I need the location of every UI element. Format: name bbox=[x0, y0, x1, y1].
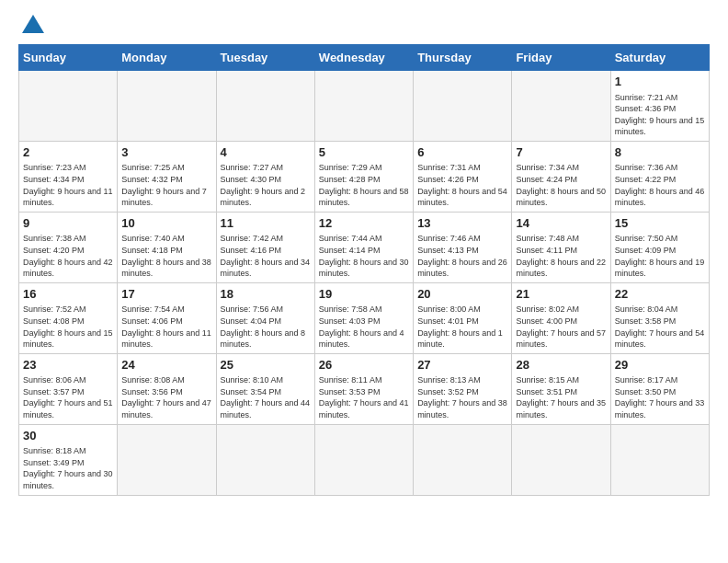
day-info: Sunrise: 7:46 AM Sunset: 4:13 PM Dayligh… bbox=[417, 233, 507, 279]
week-row-1: 1Sunrise: 7:21 AM Sunset: 4:36 PM Daylig… bbox=[19, 71, 710, 142]
day-cell bbox=[512, 71, 610, 142]
day-cell bbox=[414, 71, 512, 142]
weekday-monday: Monday bbox=[118, 45, 216, 71]
day-info: Sunrise: 7:42 AM Sunset: 4:16 PM Dayligh… bbox=[221, 233, 311, 279]
day-info: Sunrise: 7:27 AM Sunset: 4:30 PM Dayligh… bbox=[221, 162, 311, 208]
day-info: Sunrise: 7:48 AM Sunset: 4:11 PM Dayligh… bbox=[516, 233, 606, 279]
day-number: 2 bbox=[23, 144, 113, 161]
logo-triangle-icon bbox=[22, 15, 44, 33]
day-cell: 17Sunrise: 7:54 AM Sunset: 4:06 PM Dayli… bbox=[118, 282, 216, 353]
day-number: 9 bbox=[23, 215, 113, 232]
day-cell bbox=[19, 71, 118, 142]
day-info: Sunrise: 8:10 AM Sunset: 3:54 PM Dayligh… bbox=[221, 374, 311, 420]
day-cell: 22Sunrise: 8:04 AM Sunset: 3:58 PM Dayli… bbox=[610, 282, 709, 353]
day-cell bbox=[118, 71, 216, 142]
weekday-friday: Friday bbox=[512, 45, 610, 71]
day-cell: 29Sunrise: 8:17 AM Sunset: 3:50 PM Dayli… bbox=[610, 353, 709, 424]
day-number: 25 bbox=[221, 357, 311, 373]
day-info: Sunrise: 7:58 AM Sunset: 4:03 PM Dayligh… bbox=[319, 304, 409, 350]
day-cell bbox=[314, 71, 413, 142]
day-info: Sunrise: 8:17 AM Sunset: 3:50 PM Dayligh… bbox=[615, 374, 705, 420]
day-cell: 26Sunrise: 8:11 AM Sunset: 3:53 PM Dayli… bbox=[314, 353, 413, 424]
day-number: 21 bbox=[516, 286, 606, 303]
day-number: 4 bbox=[221, 144, 311, 161]
day-cell: 16Sunrise: 7:52 AM Sunset: 4:08 PM Dayli… bbox=[19, 282, 118, 353]
day-number: 11 bbox=[221, 215, 311, 232]
day-cell: 18Sunrise: 7:56 AM Sunset: 4:04 PM Dayli… bbox=[216, 282, 314, 353]
day-number: 8 bbox=[615, 144, 705, 161]
weekday-saturday: Saturday bbox=[610, 45, 709, 71]
day-cell: 2Sunrise: 7:23 AM Sunset: 4:34 PM Daylig… bbox=[19, 141, 118, 212]
day-number: 19 bbox=[319, 286, 409, 303]
day-info: Sunrise: 8:13 AM Sunset: 3:52 PM Dayligh… bbox=[417, 374, 507, 420]
weekday-tuesday: Tuesday bbox=[216, 45, 314, 71]
day-cell: 28Sunrise: 8:15 AM Sunset: 3:51 PM Dayli… bbox=[512, 353, 610, 424]
day-cell bbox=[414, 424, 512, 495]
week-row-5: 23Sunrise: 8:06 AM Sunset: 3:57 PM Dayli… bbox=[19, 353, 710, 424]
week-row-2: 2Sunrise: 7:23 AM Sunset: 4:34 PM Daylig… bbox=[19, 141, 710, 212]
weekday-wednesday: Wednesday bbox=[314, 45, 413, 71]
page: SundayMondayTuesdayWednesdayThursdayFrid… bbox=[0, 0, 728, 511]
day-cell: 8Sunrise: 7:36 AM Sunset: 4:22 PM Daylig… bbox=[610, 141, 709, 212]
day-cell: 1Sunrise: 7:21 AM Sunset: 4:36 PM Daylig… bbox=[610, 71, 709, 142]
day-cell: 7Sunrise: 7:34 AM Sunset: 4:24 PM Daylig… bbox=[512, 141, 610, 212]
day-cell bbox=[216, 71, 314, 142]
day-number: 13 bbox=[417, 215, 507, 232]
day-number: 5 bbox=[319, 144, 409, 161]
week-row-4: 16Sunrise: 7:52 AM Sunset: 4:08 PM Dayli… bbox=[19, 282, 710, 353]
week-row-3: 9Sunrise: 7:38 AM Sunset: 4:20 PM Daylig… bbox=[19, 212, 710, 282]
day-cell: 20Sunrise: 8:00 AM Sunset: 4:01 PM Dayli… bbox=[414, 282, 512, 353]
day-cell: 10Sunrise: 7:40 AM Sunset: 4:18 PM Dayli… bbox=[118, 212, 216, 282]
day-number: 6 bbox=[417, 144, 507, 161]
day-info: Sunrise: 7:25 AM Sunset: 4:32 PM Dayligh… bbox=[121, 162, 211, 208]
day-info: Sunrise: 7:21 AM Sunset: 4:36 PM Dayligh… bbox=[615, 92, 705, 138]
day-number: 20 bbox=[417, 286, 507, 303]
day-info: Sunrise: 7:23 AM Sunset: 4:34 PM Dayligh… bbox=[23, 162, 113, 208]
day-number: 7 bbox=[516, 144, 606, 161]
week-row-6: 30Sunrise: 8:18 AM Sunset: 3:49 PM Dayli… bbox=[19, 424, 710, 495]
header bbox=[18, 15, 710, 35]
weekday-header-row: SundayMondayTuesdayWednesdayThursdayFrid… bbox=[19, 45, 710, 71]
day-number: 23 bbox=[23, 357, 113, 373]
day-cell: 12Sunrise: 7:44 AM Sunset: 4:14 PM Dayli… bbox=[314, 212, 413, 282]
day-info: Sunrise: 8:00 AM Sunset: 4:01 PM Dayligh… bbox=[417, 304, 507, 350]
day-number: 17 bbox=[121, 286, 211, 303]
day-cell bbox=[610, 424, 709, 495]
day-cell: 23Sunrise: 8:06 AM Sunset: 3:57 PM Dayli… bbox=[19, 353, 118, 424]
day-cell: 24Sunrise: 8:08 AM Sunset: 3:56 PM Dayli… bbox=[118, 353, 216, 424]
day-cell: 6Sunrise: 7:31 AM Sunset: 4:26 PM Daylig… bbox=[414, 141, 512, 212]
day-cell: 25Sunrise: 8:10 AM Sunset: 3:54 PM Dayli… bbox=[216, 353, 314, 424]
day-info: Sunrise: 8:08 AM Sunset: 3:56 PM Dayligh… bbox=[121, 374, 211, 420]
day-cell: 21Sunrise: 8:02 AM Sunset: 4:00 PM Dayli… bbox=[512, 282, 610, 353]
weekday-sunday: Sunday bbox=[19, 45, 118, 71]
day-number: 12 bbox=[319, 215, 409, 232]
day-info: Sunrise: 8:04 AM Sunset: 3:58 PM Dayligh… bbox=[615, 304, 705, 350]
day-cell: 30Sunrise: 8:18 AM Sunset: 3:49 PM Dayli… bbox=[19, 424, 118, 495]
day-number: 28 bbox=[516, 357, 606, 373]
day-number: 27 bbox=[417, 357, 507, 373]
day-info: Sunrise: 8:18 AM Sunset: 3:49 PM Dayligh… bbox=[23, 445, 113, 491]
day-number: 30 bbox=[23, 428, 113, 444]
day-info: Sunrise: 8:15 AM Sunset: 3:51 PM Dayligh… bbox=[516, 374, 606, 420]
day-cell: 4Sunrise: 7:27 AM Sunset: 4:30 PM Daylig… bbox=[216, 141, 314, 212]
day-info: Sunrise: 7:56 AM Sunset: 4:04 PM Dayligh… bbox=[221, 304, 311, 350]
day-info: Sunrise: 7:34 AM Sunset: 4:24 PM Dayligh… bbox=[516, 162, 606, 208]
day-number: 26 bbox=[319, 357, 409, 373]
day-cell: 3Sunrise: 7:25 AM Sunset: 4:32 PM Daylig… bbox=[118, 141, 216, 212]
day-cell: 11Sunrise: 7:42 AM Sunset: 4:16 PM Dayli… bbox=[216, 212, 314, 282]
day-cell bbox=[118, 424, 216, 495]
day-cell: 14Sunrise: 7:48 AM Sunset: 4:11 PM Dayli… bbox=[512, 212, 610, 282]
calendar: SundayMondayTuesdayWednesdayThursdayFrid… bbox=[18, 44, 710, 496]
day-cell bbox=[216, 424, 314, 495]
logo bbox=[18, 15, 44, 35]
day-cell: 27Sunrise: 8:13 AM Sunset: 3:52 PM Dayli… bbox=[414, 353, 512, 424]
day-number: 18 bbox=[221, 286, 311, 303]
day-number: 14 bbox=[516, 215, 606, 232]
day-number: 3 bbox=[121, 144, 211, 161]
day-info: Sunrise: 8:02 AM Sunset: 4:00 PM Dayligh… bbox=[516, 304, 606, 350]
day-cell bbox=[512, 424, 610, 495]
day-cell: 9Sunrise: 7:38 AM Sunset: 4:20 PM Daylig… bbox=[19, 212, 118, 282]
day-info: Sunrise: 7:36 AM Sunset: 4:22 PM Dayligh… bbox=[615, 162, 705, 208]
day-number: 1 bbox=[615, 74, 705, 90]
day-number: 29 bbox=[615, 357, 705, 373]
